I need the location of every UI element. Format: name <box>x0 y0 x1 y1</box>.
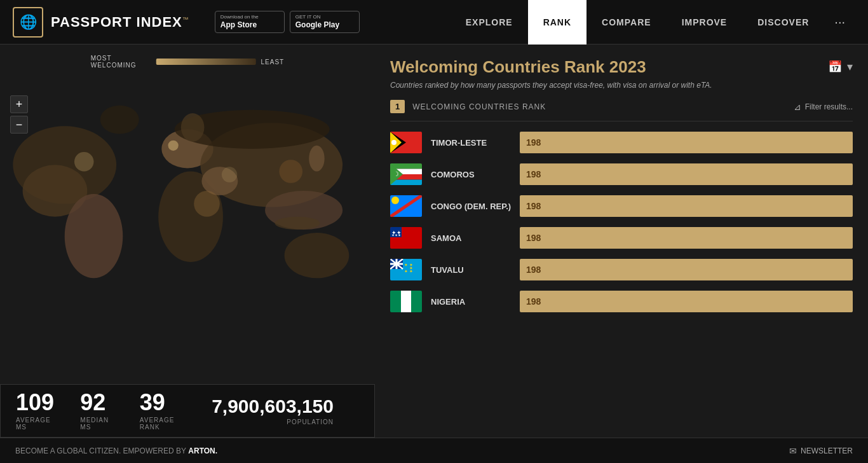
table-row[interactable]: CONGO (DEM. REP.)198 <box>390 195 853 217</box>
stat-median-ms: 92 MEDIAN MS <box>80 391 114 431</box>
avg-rank-value: 39 <box>140 391 186 414</box>
google-play-badge[interactable]: GET IT ON Google Play <box>290 11 360 34</box>
stat-population: 7,900,603,150 POPULATION <box>212 397 334 425</box>
svg-point-10 <box>168 141 178 151</box>
legend-least-label: LEAST <box>261 59 285 66</box>
legend-most-label: MOST WELCOMING <box>91 55 151 69</box>
svg-point-15 <box>181 113 205 142</box>
svg-text:☽: ☽ <box>393 170 399 177</box>
newsletter-icon: ✉ <box>789 446 797 456</box>
country-name: NIGERIA <box>431 297 520 307</box>
logo-area: 🌐 PASSPORT INDEX™ <box>13 7 189 38</box>
svg-point-8 <box>285 233 349 278</box>
score-value: 198 <box>526 201 541 211</box>
country-flag <box>390 195 422 217</box>
avg-rank-label: AVERAGE RANK <box>140 417 186 431</box>
score-value: 198 <box>526 265 541 275</box>
newsletter-label: NEWSLETTER <box>801 446 853 455</box>
score-bar: 198 <box>520 259 853 280</box>
country-name: TUVALU <box>431 265 520 275</box>
svg-point-17 <box>194 191 220 217</box>
calendar-icon[interactable]: 📅 <box>828 60 842 74</box>
app-store-badge[interactable]: Download on the App Store <box>215 11 285 34</box>
svg-point-32 <box>391 197 399 204</box>
country-flag: ✦ ✦ ✦ ✦ ✦ <box>390 259 422 280</box>
population-label: POPULATION <box>212 418 334 425</box>
legend-gradient-bar <box>156 59 255 65</box>
country-name: COMOROS <box>431 170 520 179</box>
chevron-down-icon[interactable]: ▾ <box>847 60 853 74</box>
country-flag <box>390 291 422 312</box>
footer: BECOME A GLOBAL CITIZEN. EMPOWERED BY AR… <box>0 438 868 463</box>
score-bar: 198 <box>520 132 853 153</box>
svg-text:✦: ✦ <box>409 266 413 270</box>
nav-more-button[interactable]: ··· <box>824 15 855 29</box>
panel-title: Welcoming Countries Rank 2023 <box>390 57 646 77</box>
stat-avg-rank: 39 AVERAGE RANK <box>140 391 186 431</box>
table-row[interactable]: NIGERIA198 <box>390 291 853 312</box>
main-nav: EXPLORE RANK COMPARE IMPROVE DISCOVER ··… <box>451 0 855 45</box>
svg-rect-46 <box>390 291 401 312</box>
score-bar: 198 <box>520 227 853 249</box>
footer-newsletter[interactable]: ✉ NEWSLETTER <box>789 446 853 456</box>
footer-empowered-by: EMPOWERED BY <box>123 446 186 455</box>
svg-point-16 <box>74 152 94 172</box>
zoom-out-button[interactable]: − <box>10 116 28 134</box>
score-bar: 198 <box>520 195 853 217</box>
svg-text:✦✦✦: ✦✦✦ <box>391 233 401 237</box>
world-map-svg <box>0 76 375 305</box>
avg-ms-value: 109 <box>16 391 55 414</box>
country-name: CONGO (DEM. REP.) <box>431 202 520 211</box>
country-list: TIMOR-LESTE198 ☽ COMOROS198 CONGO (DEM. … <box>390 132 853 312</box>
score-bar: 198 <box>520 163 853 185</box>
nav-compare[interactable]: COMPARE <box>587 0 667 45</box>
svg-rect-47 <box>401 291 411 312</box>
main-content: MOST WELCOMING LEAST + − <box>0 45 868 438</box>
right-panel: Welcoming Countries Rank 2023 📅 ▾ Countr… <box>375 45 868 438</box>
population-value: 7,900,603,150 <box>212 397 334 416</box>
zoom-in-button[interactable]: + <box>10 95 28 113</box>
country-flag: ☽ <box>390 163 422 185</box>
nav-discover[interactable]: DISCOVER <box>742 0 824 45</box>
table-row[interactable]: ✦✦ ✦✦✦ SAMOA198 <box>390 227 853 249</box>
map-area: MOST WELCOMING LEAST + − <box>0 45 375 438</box>
nav-rank[interactable]: RANK <box>528 0 587 45</box>
logo-icon: 🌐 <box>13 7 43 38</box>
nav-explore[interactable]: EXPLORE <box>451 0 528 45</box>
svg-point-11 <box>309 146 324 172</box>
table-row[interactable]: ✦ ✦ ✦ ✦ ✦ TUVALU198 <box>390 259 853 280</box>
stats-bar: 109 AVERAGE MS 92 MEDIAN MS 39 AVERAGE R… <box>0 384 375 438</box>
svg-point-12 <box>275 217 320 230</box>
rank-col-label: WELCOMING COUNTRIES RANK <box>412 102 785 111</box>
app-badges: Download on the App Store GET IT ON Goog… <box>215 11 360 34</box>
map-legend: MOST WELCOMING LEAST <box>91 55 284 69</box>
score-value: 198 <box>526 137 541 148</box>
median-ms-label: MEDIAN MS <box>80 417 114 431</box>
filter-text: Filter results... <box>805 102 853 111</box>
panel-subtitle: Countries ranked by how many passports t… <box>390 81 853 90</box>
table-row[interactable]: ☽ COMOROS198 <box>390 163 853 185</box>
avg-ms-label: AVERAGE MS <box>16 417 55 431</box>
median-ms-value: 92 <box>80 391 114 414</box>
svg-point-23 <box>391 140 397 145</box>
score-value: 198 <box>526 169 541 179</box>
svg-point-18 <box>222 167 237 182</box>
panel-header-icons: 📅 ▾ <box>828 60 853 74</box>
nav-improve[interactable]: IMPROVE <box>667 0 743 45</box>
filter-button[interactable]: ⊿ Filter results... <box>794 102 853 112</box>
filter-icon: ⊿ <box>794 102 801 112</box>
score-value: 198 <box>526 233 541 243</box>
country-flag: ✦✦ ✦✦✦ <box>390 227 422 249</box>
svg-point-19 <box>279 160 302 183</box>
footer-become: BECOME A GLOBAL CITIZEN. <box>15 446 121 455</box>
footer-arton: ARTON. <box>188 446 217 455</box>
header: 🌐 PASSPORT INDEX™ Download on the App St… <box>0 0 868 45</box>
svg-point-3 <box>65 194 123 278</box>
table-row[interactable]: TIMOR-LESTE198 <box>390 132 853 153</box>
filter-row: 1 WELCOMING COUNTRIES RANK ⊿ Filter resu… <box>390 100 853 121</box>
stat-avg-ms: 109 AVERAGE MS <box>16 391 55 431</box>
score-value: 198 <box>526 296 541 307</box>
panel-header: Welcoming Countries Rank 2023 📅 ▾ <box>390 57 853 77</box>
country-flag <box>390 132 422 153</box>
country-name: SAMOA <box>431 233 520 243</box>
